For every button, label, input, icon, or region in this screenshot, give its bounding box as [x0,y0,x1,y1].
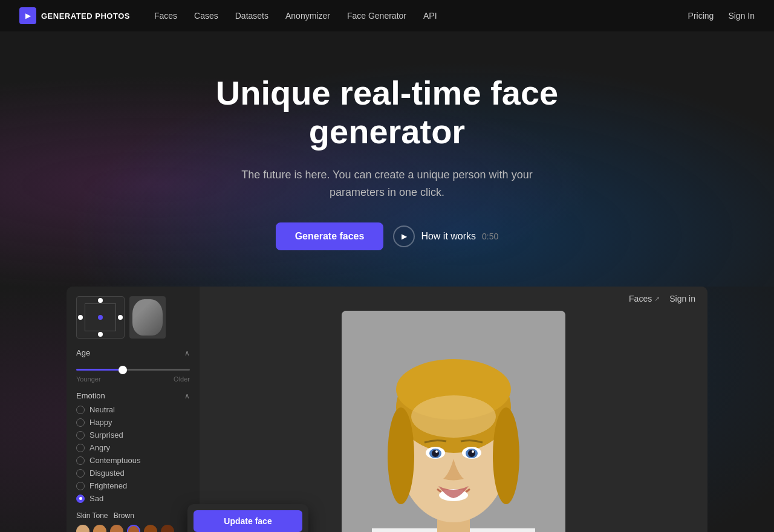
nav-api[interactable]: API [423,11,437,21]
age-slider-row [76,362,190,373]
nav-datasets[interactable]: Datasets [235,11,268,21]
radio-frightened [76,482,85,490]
emotion-control: Emotion ∧ Neutral Happy Surprised [76,391,190,503]
emotion-contemptuous[interactable]: Contemptuous [76,456,190,465]
emotion-surprised[interactable]: Surprised [76,430,190,440]
face-svg: IMAGE BY [342,311,565,532]
emotion-disgusted[interactable]: Disgusted [76,469,190,478]
emotion-happy[interactable]: Happy [76,418,190,427]
face-3d-model [132,299,163,336]
face-image-area: IMAGE BY [200,311,707,532]
skin-swatch-2[interactable] [110,525,123,532]
radio-surprised [76,431,85,440]
control-dot-right[interactable] [118,315,123,320]
nav-right: Pricing Sign In [688,11,755,21]
emotion-collapse-icon[interactable]: ∧ [184,392,190,400]
nav-face-generator[interactable]: Face Generator [347,11,406,21]
radio-happy [76,418,85,427]
right-panel-header: Faces ↗ Sign in [200,287,707,311]
logo-text: GENERATED PHOTOS [41,11,130,21]
nav-anonymizer[interactable]: Anonymizer [285,11,330,21]
skin-tone-swatches [76,525,190,532]
svg-point-7 [493,407,519,504]
hero-section: Unique real-time face generator The futu… [0,31,774,287]
face-canvas [76,296,125,339]
emotion-sad[interactable]: Sad [76,494,190,503]
svg-point-16 [435,450,438,453]
age-control: Age ∧ Younger Older [76,348,190,383]
nav-faces[interactable]: Faces [154,11,177,21]
skin-swatch-0[interactable] [76,525,89,532]
faces-header-link[interactable]: Faces ↗ [629,294,660,303]
play-icon: ▶ [393,225,415,247]
emotion-contemptuous-label: Contemptuous [89,456,141,465]
control-dot-bottom[interactable] [98,332,103,337]
emotion-disgusted-label: Disgusted [89,469,125,478]
radio-angry [76,444,85,452]
control-dot-top[interactable] [98,298,103,303]
signin-link[interactable]: Sign In [728,11,755,21]
emotion-frightened-label: Frightened [89,481,127,490]
skin-swatch-4[interactable] [144,525,157,532]
age-label: Age [76,348,90,357]
generate-faces-button[interactable]: Generate faces [276,222,384,250]
emotion-neutral-label: Neutral [89,405,115,414]
update-face-button[interactable]: Update face [194,510,302,532]
radio-contemptuous [76,456,85,465]
nav-links: Faces Cases Datasets Anonymizer Face Gen… [154,11,688,21]
emotion-neutral[interactable]: Neutral [76,405,190,414]
emotion-frightened[interactable]: Frightened [76,481,190,490]
skin-swatch-3[interactable] [127,525,140,532]
skin-swatch-1[interactable] [93,525,106,532]
radio-disgusted [76,469,85,478]
svg-point-14 [432,450,439,457]
radio-neutral [76,406,85,414]
generated-face-image: IMAGE BY [342,311,565,532]
emotion-angry[interactable]: Angry [76,443,190,452]
left-panel: Age ∧ Younger Older Emotion ∧ [67,287,200,532]
emotion-sad-label: Sad [89,494,103,503]
control-dot-center[interactable] [98,315,103,320]
age-collapse-icon[interactable]: ∧ [184,349,190,357]
emotion-angry-label: Angry [89,443,110,452]
logo[interactable]: GENERATED PHOTOS [19,7,130,24]
svg-point-17 [472,450,474,453]
age-label-row: Age ∧ [76,348,190,357]
skin-tone-section: Skin Tone Brown [76,511,190,532]
navbar: GENERATED PHOTOS Faces Cases Datasets An… [0,0,774,31]
play-button[interactable]: ▶ How it works 0:50 [393,225,498,247]
face-control-area [76,296,190,339]
hero-subtitle: The future is here. You can create a uni… [236,166,538,201]
face-preview [129,296,166,339]
radio-sad [76,495,85,503]
svg-point-6 [388,407,414,504]
pricing-link[interactable]: Pricing [688,11,714,21]
age-slider[interactable] [76,369,190,371]
skin-swatch-5[interactable] [161,525,174,532]
skin-tone-value: Brown [114,511,134,520]
emotion-list: Neutral Happy Surprised Angry [76,405,190,503]
hero-buttons: Generate faces ▶ How it works 0:50 [12,222,762,250]
emotion-label-row: Emotion ∧ [76,391,190,400]
hero-title: Unique real-time face generator [175,74,599,152]
update-popup: Update face ＋ Generate new face [187,504,308,532]
right-signin-link[interactable]: Sign in [669,294,695,303]
emotion-label: Emotion [76,391,105,400]
faces-link-label: Faces [629,294,652,303]
skin-tone-label-row: Skin Tone Brown [76,511,190,520]
play-label: How it works [421,231,476,242]
skin-tone-label: Skin Tone [76,511,108,520]
svg-point-9 [411,395,496,438]
age-max-label: Older [174,375,190,383]
demo-section: Age ∧ Younger Older Emotion ∧ [67,287,707,532]
play-duration: 0:50 [482,232,498,241]
control-dot-left[interactable] [78,315,83,320]
logo-icon [19,7,36,24]
svg-point-15 [468,450,475,457]
external-link-icon: ↗ [654,295,660,303]
emotion-happy-label: Happy [89,418,112,427]
age-min-label: Younger [76,375,101,383]
age-slider-labels: Younger Older [76,375,190,383]
nav-cases[interactable]: Cases [194,11,218,21]
right-panel: Faces ↗ Sign in [200,287,707,532]
